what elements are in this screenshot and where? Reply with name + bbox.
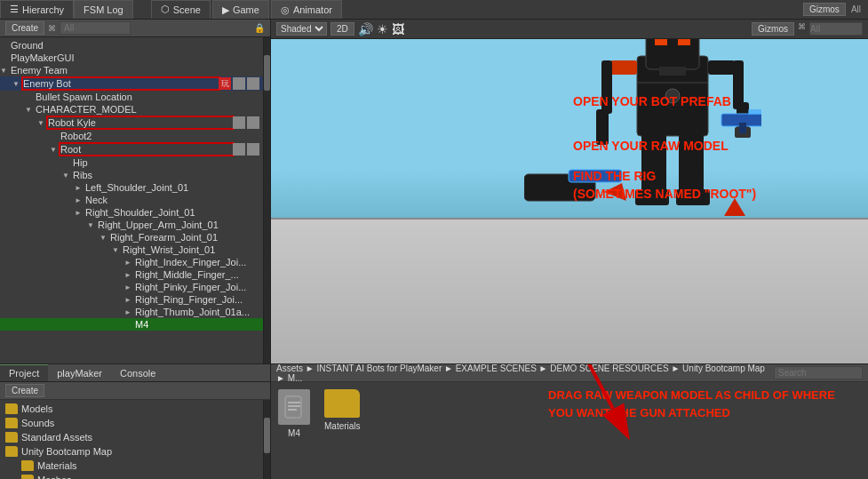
- project-scrollbar[interactable]: [263, 400, 270, 479]
- tree-arrow: ►: [124, 296, 135, 304]
- file-tree[interactable]: Models Sounds Standard Assets Unity Boot…: [0, 400, 263, 479]
- tree-item[interactable]: Ground: [0, 39, 263, 52]
- tree-item[interactable]: ► Right_Pinky_Finger_Joi...: [0, 281, 263, 293]
- breadcrumb: Assets ► INSTANT AI Bots for PlayMaker ►…: [276, 364, 770, 383]
- enemy-icon-red: 玩: [219, 77, 231, 90]
- tree-item[interactable]: ▼ Root: [0, 142, 263, 156]
- gizmos-button[interactable]: Gizmos: [803, 3, 846, 16]
- tree-item[interactable]: ► Right_Shoulder_Joint_01: [0, 206, 263, 219]
- tree-item[interactable]: Bullet Spawn Location: [0, 91, 263, 103]
- tree-item[interactable]: ▼ Enemy Team: [0, 64, 263, 76]
- tab-fsm-log[interactable]: FSM Log: [74, 0, 133, 19]
- svg-rect-14: [739, 123, 746, 133]
- scene-ctrl-icon: ⌘: [798, 22, 806, 36]
- tree-label: Neck: [85, 195, 259, 205]
- tree-item[interactable]: ► Right_Thumb_Joint_01a...: [0, 306, 263, 318]
- tab-playmaker[interactable]: playMaker: [48, 364, 111, 381]
- tree-label: Right_Shoulder_Joint_01: [85, 207, 259, 218]
- hierarchy-search-input[interactable]: [60, 21, 131, 35]
- tree-item[interactable]: PlayMakerGUI: [0, 52, 263, 64]
- svg-rect-1: [646, 39, 699, 69]
- tree-arrow: ▼: [112, 246, 123, 254]
- tree-item[interactable]: ► Right_Middle_Finger_...: [0, 268, 263, 281]
- top-bar: ☰ Hierarchy FSM Log ⬡ Scene ▶ Game ◎ Ani…: [0, 0, 868, 20]
- file-item[interactable]: Unity Bootcamp Map: [0, 444, 263, 459]
- hierarchy-lock-icon[interactable]: 🔒: [254, 23, 265, 33]
- tree-item[interactable]: ► Right_Ring_Finger_Joi...: [0, 293, 263, 306]
- sound-icon[interactable]: 🔊: [358, 22, 373, 36]
- tree-item[interactable]: ► Right_Index_Finger_Joi...: [0, 256, 263, 268]
- root-icon2: [247, 143, 259, 156]
- svg-rect-9: [733, 60, 744, 109]
- tree-item[interactable]: ► Neck: [0, 194, 263, 206]
- tree-item[interactable]: ▼ Right_Wrist_Joint_01: [0, 243, 263, 256]
- svg-rect-3: [678, 39, 690, 45]
- tree-arrow: ▼: [12, 80, 23, 88]
- main-content: Create ⌘ 🔒 Ground PlayMakerGUI ▼ Enemy T…: [0, 20, 868, 363]
- tree-item[interactable]: ► Left_Shoulder_Joint_01: [0, 181, 263, 194]
- kyle-icon: [233, 116, 245, 129]
- tree-label: Right_Wrist_Joint_01: [123, 244, 259, 255]
- tab-animator[interactable]: ◎ Animator: [271, 0, 342, 19]
- 2d-button[interactable]: 2D: [330, 22, 354, 36]
- asset-search-input[interactable]: [774, 366, 863, 379]
- right-panel: Shaded 2D 🔊 ☀ 🖼 Gizmos ⌘: [271, 20, 868, 363]
- tab-console[interactable]: Console: [111, 364, 164, 381]
- folder-icon: [21, 460, 34, 471]
- asset-item[interactable]: Materials: [324, 389, 361, 431]
- tab-game[interactable]: ▶ Game: [212, 0, 269, 19]
- tree-item[interactable]: ▼ Robot Kyle: [0, 116, 263, 130]
- tree-label: Enemy Team: [11, 65, 259, 76]
- project-create-button[interactable]: Create: [5, 384, 44, 397]
- folder-icon: [5, 432, 18, 443]
- tree-item[interactable]: ▼ Right_Upper_Arm_Joint_01: [0, 219, 263, 231]
- tree-label: Robot Kyle: [48, 117, 233, 128]
- scene-search-input[interactable]: [809, 22, 863, 36]
- file-item[interactable]: Standard Assets: [0, 430, 263, 444]
- tree-label: Bullet Spawn Location: [36, 92, 259, 102]
- svg-rect-2: [655, 39, 667, 45]
- asset-item-label: Materials: [324, 421, 361, 431]
- project-scrollbar-thumb: [264, 418, 270, 453]
- scene-icon: ⬡: [161, 4, 170, 15]
- tree-item[interactable]: ▼ Right_Forearm_Joint_01: [0, 231, 263, 243]
- file-item[interactable]: Meshes: [0, 473, 263, 479]
- image-icon[interactable]: 🖼: [392, 22, 404, 36]
- kyle-icon2: [247, 116, 259, 129]
- hierarchy-scrollbar[interactable]: [263, 37, 270, 363]
- tree-item[interactable]: M4: [0, 318, 263, 331]
- file-item[interactable]: Models: [0, 402, 263, 416]
- asset-file-icon: [278, 389, 310, 425]
- tree-label: Right_Thumb_Joint_01a...: [135, 307, 259, 317]
- tree-item[interactable]: Robot2: [0, 130, 263, 142]
- tab-hierarchy[interactable]: ☰ Hierarchy: [0, 0, 74, 19]
- scene-toolbar: Shaded 2D 🔊 ☀ 🖼 Gizmos ⌘: [271, 20, 868, 39]
- hierarchy-create-button[interactable]: Create: [5, 21, 44, 35]
- file-item[interactable]: Materials: [0, 459, 263, 473]
- hierarchy-scrollbar-thumb: [264, 55, 270, 91]
- assets-content: M4 Materials DRAG RAW WEAPON MODEL AS CH…: [271, 382, 868, 479]
- folder-icon: [5, 418, 18, 428]
- asset-item[interactable]: M4: [278, 389, 310, 438]
- tree-label: Robot2: [60, 131, 259, 141]
- tree-item[interactable]: ▼ CHARACTER_MODEL: [0, 103, 263, 116]
- tree-arrow: ▼: [37, 119, 48, 127]
- hierarchy-tree[interactable]: Ground PlayMakerGUI ▼ Enemy Team ▼ Enemy…: [0, 37, 263, 363]
- fsm-log-label: FSM Log: [84, 4, 123, 15]
- tree-label: Right_Ring_Finger_Joi...: [135, 294, 259, 305]
- file-label: Materials: [37, 460, 77, 471]
- tab-project[interactable]: Project: [0, 364, 48, 381]
- svg-rect-28: [288, 409, 297, 411]
- tree-item[interactable]: ▼ Enemy Bot 玩: [0, 76, 263, 91]
- gizmos-scene-button[interactable]: Gizmos: [752, 22, 794, 36]
- tab-scene[interactable]: ⬡ Scene: [151, 0, 211, 19]
- shaded-select[interactable]: Shaded: [276, 22, 327, 36]
- project-create-panel: Create: [0, 382, 270, 400]
- tree-item[interactable]: Hip: [0, 156, 263, 169]
- scene-tab-group: ⬡ Scene ▶ Game ◎ Animator: [151, 0, 342, 19]
- tree-item[interactable]: ▼ Ribs: [0, 169, 263, 181]
- sun-icon[interactable]: ☀: [377, 22, 388, 36]
- asset-item-label: M4: [288, 428, 300, 438]
- file-item[interactable]: Sounds: [0, 416, 263, 430]
- scene-view[interactable]: OPEN YOUR BOT PREFAB OPEN YOUR RAW MODEL…: [271, 39, 868, 363]
